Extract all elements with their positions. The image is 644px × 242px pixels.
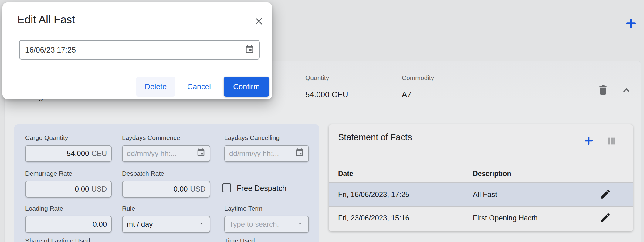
laydays-commence-field[interactable]: dd/mm/yy hh:... <box>122 145 210 162</box>
dialog-close-button[interactable] <box>253 16 265 27</box>
collapse-section-button[interactable] <box>620 84 633 97</box>
cargo-form-panel: Cargo Quantity 54.000 CEU Laydays Commen… <box>14 124 319 242</box>
chevron-up-icon <box>620 84 632 97</box>
row-description: All Fast <box>473 190 497 199</box>
sof-row-first-opening[interactable]: Fri, 23/06/2023, 15:16 First Opening Hac… <box>329 207 633 229</box>
caret-down-icon <box>296 220 304 229</box>
commodity-value: A7 <box>402 90 412 99</box>
rule-label: Rule <box>122 205 135 212</box>
edit-row-button[interactable] <box>600 188 611 201</box>
plus-icon <box>583 135 594 147</box>
demurrage-rate-field[interactable]: 0.00 USD <box>25 181 112 198</box>
laytime-term-select[interactable]: Type to search. <box>224 216 309 233</box>
pencil-icon <box>600 212 611 224</box>
loading-rate-label: Loading Rate <box>25 205 63 212</box>
sof-header-date: Date <box>338 170 353 178</box>
laytime-term-placeholder: Type to search. <box>229 220 279 229</box>
laydays-commence-placeholder: dd/mm/yy hh:... <box>127 149 177 158</box>
demurrage-rate-label: Demurrage Rate <box>25 170 72 177</box>
confirm-button[interactable]: Confirm <box>224 77 269 97</box>
caret-down-icon <box>198 220 205 229</box>
columns-icon <box>607 136 617 147</box>
statement-of-facts-card: Statement of Facts Date Description Fri,… <box>329 124 633 231</box>
loading-rate-field[interactable]: 0.00 <box>25 216 112 233</box>
edit-all-fast-dialog: Edit All Fast 16/06/23 17:25 Delete Canc… <box>2 2 272 99</box>
delete-cargo-button[interactable] <box>597 84 609 97</box>
delete-button[interactable]: Delete <box>136 77 175 97</box>
row-date: Fri, 16/06/2023, 17:25 <box>338 190 409 199</box>
laytime-term-label: Laytime Term <box>224 205 263 212</box>
demurrage-rate-value: 0.00 <box>75 185 89 193</box>
rule-select[interactable]: mt / day <box>122 216 210 233</box>
calendar-icon <box>295 148 304 159</box>
datetime-field[interactable]: 16/06/23 17:25 <box>19 40 260 60</box>
row-date: Fri, 23/06/2023, 15:16 <box>338 214 409 222</box>
hidden-heading-fragment: g <box>38 99 50 105</box>
cargo-quantity-unit: CEU <box>91 149 107 158</box>
rule-value: mt / day <box>127 220 153 229</box>
demurrage-rate-unit: USD <box>91 185 107 193</box>
cancel-button[interactable]: Cancel <box>185 77 213 97</box>
quantity-label: Quantity <box>305 74 329 81</box>
sof-header-description: Description <box>473 170 511 178</box>
sof-table-header: Date Description <box>329 164 633 183</box>
laydays-cancelling-label: Laydays Cancelling <box>224 134 280 141</box>
share-of-laytime-used-label: Share of Laytime Used <box>25 237 90 242</box>
loading-rate-value: 0.00 <box>93 220 107 229</box>
close-icon <box>254 16 264 27</box>
sof-columns-button[interactable] <box>606 136 617 147</box>
free-despatch-checkbox[interactable] <box>222 183 231 192</box>
page: Quantity 54.000 CEU Commodity A7 g Cargo… <box>0 0 644 242</box>
laydays-commence-label: Laydays Commence <box>122 134 180 141</box>
sof-title: Statement of Facts <box>338 132 412 142</box>
cargo-quantity-value: 54.000 <box>67 149 89 158</box>
free-despatch-label: Free Despatch <box>237 184 286 193</box>
edit-row-button[interactable] <box>600 212 611 224</box>
despatch-rate-value: 0.00 <box>174 185 188 193</box>
cargo-quantity-field[interactable]: 54.000 CEU <box>25 145 112 162</box>
sof-add-button[interactable] <box>583 135 595 147</box>
row-description: First Opening Hacth <box>473 214 537 222</box>
calendar-icon <box>245 44 254 55</box>
laydays-cancelling-placeholder: dd/mm/yy hh:... <box>229 149 279 158</box>
time-used-label: Time Used <box>224 237 255 242</box>
datetime-value: 16/06/23 17:25 <box>25 46 76 54</box>
pencil-icon <box>600 188 611 201</box>
commodity-label: Commodity <box>402 74 434 81</box>
cargo-quantity-label: Cargo Quantity <box>25 134 68 141</box>
despatch-rate-field[interactable]: 0.00 USD <box>122 181 210 198</box>
add-button[interactable] <box>625 18 637 30</box>
despatch-rate-label: Despatch Rate <box>122 170 164 177</box>
sof-row-all-fast[interactable]: Fri, 16/06/2023, 17:25 All Fast <box>329 183 633 206</box>
quantity-value: 54.000 CEU <box>305 90 348 99</box>
laydays-cancelling-field[interactable]: dd/mm/yy hh:... <box>224 145 309 162</box>
plus-icon <box>625 17 637 30</box>
despatch-rate-unit: USD <box>190 185 205 193</box>
calendar-icon <box>196 148 205 159</box>
trash-icon <box>597 84 609 97</box>
dialog-title: Edit All Fast <box>17 13 75 26</box>
